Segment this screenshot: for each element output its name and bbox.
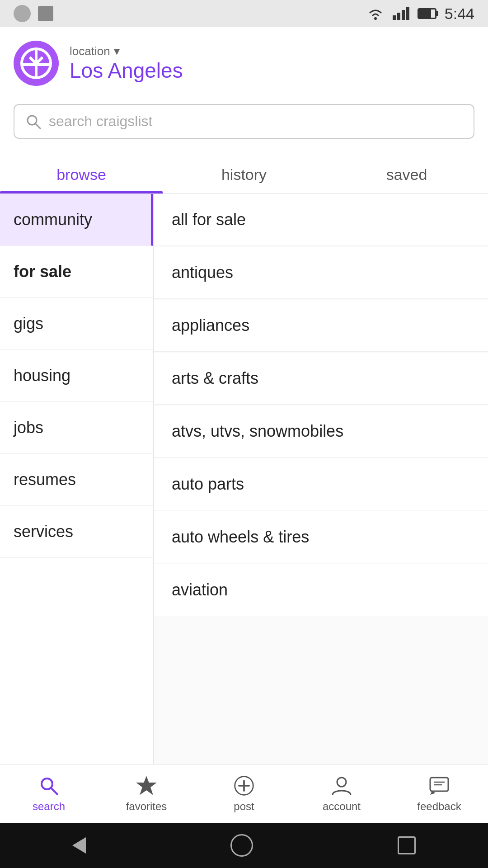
list-item-arts-crafts[interactable]: arts & crafts bbox=[154, 353, 488, 405]
account-icon bbox=[331, 775, 352, 797]
svg-marker-5 bbox=[137, 777, 155, 794]
signal-icon bbox=[393, 7, 409, 20]
list-item-atvs[interactable]: atvs, utvs, snowmobiles bbox=[154, 406, 488, 458]
list-item-aviation[interactable]: aviation bbox=[154, 564, 488, 616]
right-panel: all for sale antiques appliances arts & … bbox=[154, 194, 488, 791]
search-icon bbox=[25, 113, 42, 130]
android-nav-bar bbox=[0, 823, 488, 868]
location-dropdown-arrow: ▾ bbox=[114, 44, 120, 58]
content-area: community for sale gigs housing jobs res… bbox=[0, 194, 488, 791]
location-city[interactable]: Los Angeles bbox=[70, 58, 183, 83]
sidebar-item-services[interactable]: services bbox=[0, 506, 153, 558]
search-nav-label: search bbox=[33, 800, 65, 813]
post-nav-label: post bbox=[234, 800, 254, 813]
feedback-nav-label: feedback bbox=[417, 800, 461, 813]
header: location ▾ Los Angeles bbox=[0, 27, 488, 95]
sidebar-item-community[interactable]: community bbox=[0, 194, 153, 246]
android-recent-button[interactable] bbox=[398, 836, 416, 854]
sidebar-item-for-sale[interactable]: for sale bbox=[0, 246, 153, 298]
sidebar-item-gigs[interactable]: gigs bbox=[0, 298, 153, 350]
nav-post[interactable]: post bbox=[195, 775, 293, 813]
sidebar-item-resumes[interactable]: resumes bbox=[0, 454, 153, 506]
svg-line-2 bbox=[35, 123, 40, 128]
signal-indicator bbox=[14, 5, 31, 22]
post-icon bbox=[233, 775, 255, 797]
search-placeholder: search craigslist bbox=[49, 113, 152, 130]
status-bar: 5:44 bbox=[0, 0, 488, 27]
nav-search[interactable]: search bbox=[0, 775, 98, 813]
sim-indicator bbox=[38, 6, 53, 21]
left-panel: community for sale gigs housing jobs res… bbox=[0, 194, 154, 791]
nav-account[interactable]: account bbox=[293, 775, 390, 813]
tab-bar: browse history saved bbox=[0, 152, 488, 194]
tab-history[interactable]: history bbox=[163, 152, 325, 193]
tab-saved[interactable]: saved bbox=[325, 152, 488, 193]
search-container: search craigslist bbox=[0, 95, 488, 152]
svg-point-9 bbox=[337, 778, 346, 787]
search-nav-icon bbox=[38, 775, 60, 797]
account-nav-label: account bbox=[323, 800, 361, 813]
svg-line-4 bbox=[51, 788, 57, 794]
list-item-all-for-sale[interactable]: all for sale bbox=[154, 194, 488, 246]
status-time: 5:44 bbox=[445, 5, 474, 23]
list-item-auto-parts[interactable]: auto parts bbox=[154, 458, 488, 510]
location-label[interactable]: location ▾ bbox=[70, 44, 183, 58]
favorites-nav-label: favorites bbox=[126, 800, 167, 813]
app-logo[interactable] bbox=[14, 41, 59, 86]
list-item-auto-wheels[interactable]: auto wheels & tires bbox=[154, 511, 488, 563]
search-bar[interactable]: search craigslist bbox=[14, 104, 474, 139]
feedback-icon bbox=[428, 775, 450, 797]
nav-favorites[interactable]: favorites bbox=[98, 775, 195, 813]
sidebar-item-housing[interactable]: housing bbox=[0, 350, 153, 402]
sidebar-item-jobs[interactable]: jobs bbox=[0, 402, 153, 454]
nav-feedback[interactable]: feedback bbox=[390, 775, 488, 813]
peace-icon bbox=[20, 47, 52, 79]
bottom-nav: search favorites post account bbox=[0, 764, 488, 823]
svg-point-0 bbox=[374, 17, 377, 20]
android-home-button[interactable] bbox=[230, 834, 253, 857]
android-back-button[interactable] bbox=[72, 837, 86, 854]
wifi-icon bbox=[366, 7, 385, 20]
list-item-appliances[interactable]: appliances bbox=[154, 300, 488, 352]
tab-browse[interactable]: browse bbox=[0, 152, 163, 193]
list-item-antiques[interactable]: antiques bbox=[154, 247, 488, 299]
star-icon bbox=[136, 775, 157, 797]
battery-icon bbox=[418, 8, 436, 19]
